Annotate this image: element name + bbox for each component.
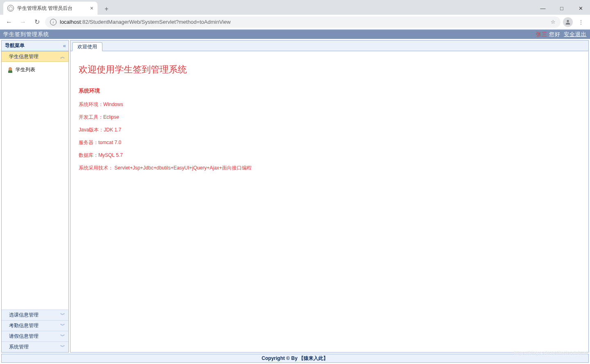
sidebar-group-label: 选课信息管理 <box>9 312 39 319</box>
greeting-text: 您好 <box>549 31 560 38</box>
sidebar-group-label: 请假信息管理 <box>9 333 39 340</box>
sidebar-group-student-info[interactable]: 学生信息管理 <box>2 51 68 62</box>
collapse-sidebar-icon[interactable] <box>63 43 65 49</box>
close-icon[interactable]: × <box>90 5 93 11</box>
sidebar-group-system[interactable]: 系统管理 <box>2 341 68 352</box>
close-window-icon[interactable]: ✕ <box>571 2 590 15</box>
profile-avatar[interactable] <box>563 17 573 27</box>
tab-title: 学生管理系统 管理员后台 <box>17 5 87 12</box>
sidebar-item-label: 学生列表 <box>16 66 35 73</box>
main-panel: 欢迎使用 欢迎使用学生签到管理系统 系统环境 系统环境：Windows 开发工具… <box>70 40 589 353</box>
sidebar-item-student-list[interactable]: 学生列表 <box>2 65 68 75</box>
address-bar[interactable]: i localhost:82/StudentManagerWeb/SystemS… <box>45 16 560 28</box>
env-line: Java版本：JDK 1.7 <box>79 127 580 133</box>
user-icon <box>7 67 13 73</box>
back-button[interactable]: ← <box>3 16 15 28</box>
browser-toolbar: ← → ↻ i localhost:82/StudentManagerWeb/S… <box>0 15 590 29</box>
env-heading: 系统环境 <box>79 87 580 95</box>
app-header: 学生签到管理系统 张三 您好 安全退出 <box>0 30 590 39</box>
svg-point-0 <box>567 20 569 22</box>
globe-icon: ◯ <box>7 5 14 11</box>
sidebar-group-leave[interactable]: 请假信息管理 <box>2 331 68 341</box>
chevron-down-icon <box>60 322 64 329</box>
app-title: 学生签到管理系统 <box>3 31 49 38</box>
sidebar-group-label: 学生信息管理 <box>9 53 39 60</box>
env-line: 系统采用技术： Servlet+Jsp+Jdbc+dbutils+EasyUI+… <box>79 165 580 172</box>
tab-label: 欢迎使用 <box>77 43 97 50</box>
forward-button[interactable]: → <box>17 16 29 28</box>
footer: Copyright © By 【猿来入此】 <box>1 354 589 363</box>
browser-tab-strip: ◯ 学生管理系统 管理员后台 × + — □ ✕ <box>0 0 590 15</box>
url-text: localhost:82/StudentManagerWeb/SystemSer… <box>60 19 547 25</box>
env-line: 系统环境：Windows <box>79 101 580 108</box>
welcome-heading: 欢迎使用学生签到管理系统 <box>79 63 580 76</box>
chevron-down-icon <box>60 333 64 340</box>
sidebar-header[interactable]: 导航菜单 <box>2 41 68 51</box>
sidebar-group-label: 系统管理 <box>9 344 29 350</box>
env-line: 服务器：tomcat 7.0 <box>79 139 580 146</box>
chevron-down-icon <box>60 312 64 319</box>
sidebar-group-body: 学生列表 <box>2 62 68 310</box>
browser-tab[interactable]: ◯ 学生管理系统 管理员后台 × <box>3 2 98 15</box>
main-tabs: 欢迎使用 <box>70 41 588 51</box>
site-info-icon[interactable]: i <box>50 19 57 25</box>
reload-button[interactable]: ↻ <box>31 16 43 28</box>
sidebar-group-attendance[interactable]: 考勤信息管理 <box>2 320 68 331</box>
env-line: 开发工具：Eclipse <box>79 114 580 121</box>
logout-link[interactable]: 安全退出 <box>564 31 587 38</box>
new-tab-button[interactable]: + <box>101 3 112 15</box>
copyright: Copyright © By 【猿来入此】 <box>262 355 329 362</box>
tab-welcome[interactable]: 欢迎使用 <box>72 42 102 51</box>
env-line: 数据库：MySQL 5.7 <box>79 152 580 159</box>
watermark: https://blog.csdn.net/malaoduhtml <box>514 350 588 356</box>
menu-icon[interactable]: ⋮ <box>575 16 587 28</box>
maximize-icon[interactable]: □ <box>552 2 571 15</box>
chevron-up-icon <box>60 53 64 60</box>
minimize-icon[interactable]: — <box>533 2 552 15</box>
chevron-down-icon <box>60 344 64 350</box>
current-user: 张三 <box>536 31 547 38</box>
window-controls: — □ ✕ <box>533 2 590 15</box>
main-content: 欢迎使用学生签到管理系统 系统环境 系统环境：Windows 开发工具：Ecli… <box>70 51 588 352</box>
sidebar: 导航菜单 学生信息管理 学生列表 选课信息管理 <box>1 40 69 353</box>
sidebar-title: 导航菜单 <box>5 42 25 49</box>
sidebar-group-course[interactable]: 选课信息管理 <box>2 310 68 320</box>
bookmark-icon[interactable]: ☆ <box>551 19 556 25</box>
sidebar-group-label: 考勤信息管理 <box>9 322 39 329</box>
